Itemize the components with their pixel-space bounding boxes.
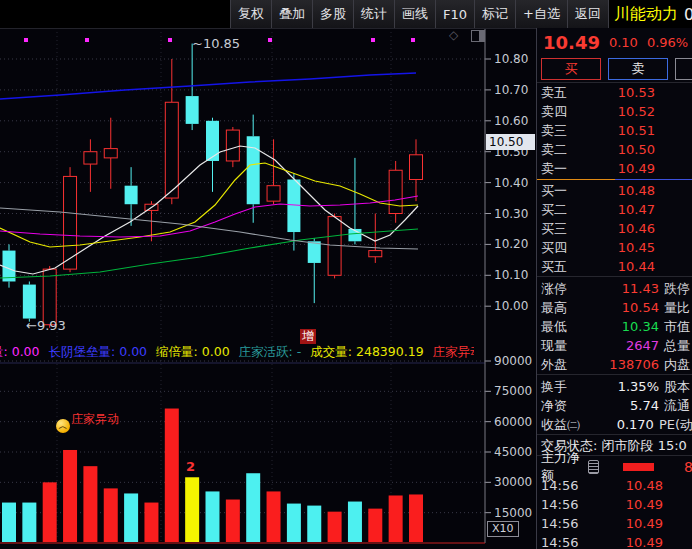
buy-button[interactable]: 买 <box>541 58 601 80</box>
tick-price: 10.49 <box>599 497 663 512</box>
menu-item-9[interactable]: 返回 <box>568 0 609 28</box>
level-label: 买四 <box>541 239 585 257</box>
tick-price: 10.49 <box>599 535 663 549</box>
stat-row: 换手1.35%股本 <box>537 377 692 396</box>
stat-label-2: 跌停 <box>664 280 690 298</box>
last-price: 10.49 <box>543 32 600 53</box>
price-change: 0.10 <box>609 35 638 50</box>
level-label: 卖二 <box>541 141 585 159</box>
buy-level-row[interactable]: 买三10.46 <box>537 219 692 238</box>
svg-text:10.60: 10.60 <box>494 114 528 128</box>
menu-item-2[interactable]: 叠加 <box>272 0 313 28</box>
quote-panel: 10.49 0.10 0.96% 买 卖 撤 卖五10.53卖四10.52卖三1… <box>536 28 692 549</box>
svg-text:10.80: 10.80 <box>494 52 528 66</box>
candlestick-chart[interactable]: 10.8010.7010.6010.5010.4010.3010.2010.10… <box>0 0 536 549</box>
tick-row: 14:5610.49 <box>537 514 692 533</box>
sell-level-row[interactable]: 卖一10.49 <box>537 159 692 178</box>
level-label: 买一 <box>541 182 585 200</box>
volume-multiplier-label: X10 <box>487 521 519 537</box>
indicator-label: 庄家活跃: - <box>239 344 302 361</box>
indicator-label: 成交量: 248390.19 <box>310 344 423 361</box>
stat-label-2: 股本 <box>664 378 690 396</box>
menu-item-8[interactable]: +自选 <box>516 0 568 28</box>
svg-text:10.10: 10.10 <box>494 268 528 282</box>
sell-order-book: 卖五10.53卖四10.52卖三10.51卖二10.50卖一10.49 <box>537 83 692 178</box>
stat-label: 换手 <box>541 378 593 396</box>
tick-row: 14:5610.49 <box>537 495 692 514</box>
stat-row: 最低10.34市值 <box>537 317 692 336</box>
tick-time: 14:56 <box>541 516 599 531</box>
level-price: 10.47 <box>585 202 655 217</box>
stat-row: 现量2647总量 <box>537 336 692 355</box>
sell-button[interactable]: 卖 <box>608 58 668 80</box>
flow-bar <box>623 463 654 471</box>
level-price: 10.46 <box>585 221 655 236</box>
stat-row: 收益㈡0.170PE(动 <box>537 415 692 434</box>
stat-row: 净资5.74流通 <box>537 396 692 415</box>
sell-level-row[interactable]: 卖二10.50 <box>537 140 692 159</box>
indicator-legend-row: 量: 0.00长阴堡垒量: 0.00缩倍量: 0.00庄家活跃: -成交量: 2… <box>0 344 474 361</box>
svg-text:10.40: 10.40 <box>494 176 528 190</box>
menu-item-1[interactable]: 复权 <box>231 0 272 28</box>
level-price: 10.49 <box>585 161 655 176</box>
stat-value: 11.43 <box>593 281 659 296</box>
sell-level-row[interactable]: 卖四10.52 <box>537 102 692 121</box>
indicator-label: 庄家异动: 0.00 <box>433 344 474 361</box>
current-price-axis-label: 10.50 <box>486 134 535 150</box>
time-and-sales[interactable]: 14:5610.4814:5610.4914:5610.4914:5610.49… <box>537 476 692 549</box>
dealer-alert-icon: ︿ <box>56 419 70 433</box>
buy-level-row[interactable]: 买四10.45 <box>537 238 692 257</box>
price-change-pct: 0.96% <box>647 35 688 50</box>
stock-code: 000155 <box>684 5 692 24</box>
stat-label-2: 内盘 <box>664 356 690 374</box>
stat-label-2: PE(动 <box>659 416 692 434</box>
tick-row: 14:5610.49 <box>537 533 692 549</box>
buy-level-row[interactable]: 买五10.44 <box>537 257 692 276</box>
stat-label: 现量 <box>541 337 593 355</box>
level-label: 卖一 <box>541 160 585 178</box>
level-label: 卖四 <box>541 103 585 121</box>
buy-level-row[interactable]: 买二10.47 <box>537 200 692 219</box>
menu-item-5[interactable]: 画线 <box>395 0 436 28</box>
stat-row: 外盘138706内盘 <box>537 355 692 374</box>
indicator-label: 长阴堡垒量: 0.00 <box>49 344 148 361</box>
level-label: 买三 <box>541 220 585 238</box>
stat-value: 10.34 <box>593 319 659 334</box>
stat-value: 5.74 <box>593 398 659 413</box>
svg-text:30000: 30000 <box>494 475 532 489</box>
stats-block-1: 涨停11.43跌停最高10.54量比最低10.34市值现量2647总量外盘138… <box>537 279 692 374</box>
stat-value: 10.54 <box>593 300 659 315</box>
cancel-order-button[interactable]: 撤 <box>675 58 692 80</box>
stat-label: 收益㈡ <box>541 416 591 434</box>
level-price: 10.52 <box>585 104 655 119</box>
buy-level-row[interactable]: 买一10.48 <box>537 181 692 200</box>
toolbar-menu: 复权叠加多股统计画线F10标记+自选返回 <box>230 0 609 28</box>
sell-level-row[interactable]: 卖五10.53 <box>537 83 692 102</box>
chart-canvas[interactable]: 10.8010.7010.6010.5010.4010.3010.2010.10… <box>0 0 536 549</box>
sell-level-row[interactable]: 卖三10.51 <box>537 121 692 140</box>
stock-name: 川能动力 <box>614 4 678 25</box>
chart-collapse-icon[interactable]: ◇ <box>449 28 458 42</box>
list-icon <box>588 460 599 474</box>
stat-row: 涨停11.43跌停 <box>537 279 692 298</box>
tick-time: 14:56 <box>541 497 599 512</box>
stat-label: 外盘 <box>541 356 593 374</box>
svg-text:10.00: 10.00 <box>494 299 528 313</box>
stat-value: 2647 <box>593 338 659 353</box>
level-price: 10.44 <box>585 259 655 274</box>
tick-time: 14:56 <box>541 535 599 549</box>
menu-item-6[interactable]: F10 <box>436 0 475 28</box>
split-view-icon[interactable] <box>471 30 485 42</box>
main-capital-flow-row[interactable]: 主力净额 8 <box>537 458 692 476</box>
stat-label: 最低 <box>541 318 593 336</box>
menu-item-7[interactable]: 标记 <box>475 0 516 28</box>
last-price-row: 10.49 0.10 0.96% <box>537 28 692 56</box>
svg-text:90000: 90000 <box>494 354 532 368</box>
menu-item-4[interactable]: 统计 <box>354 0 395 28</box>
svg-text:10.20: 10.20 <box>494 237 528 251</box>
svg-text:10.70: 10.70 <box>494 83 528 97</box>
trade-buttons-row: 买 卖 撤 <box>537 56 692 83</box>
level-price: 10.48 <box>585 183 655 198</box>
svg-text:10.30: 10.30 <box>494 207 528 221</box>
menu-item-3[interactable]: 多股 <box>313 0 354 28</box>
